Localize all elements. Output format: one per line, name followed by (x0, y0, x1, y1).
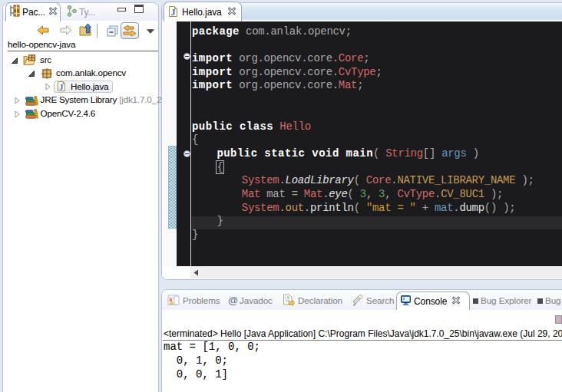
svg-text:J: J (59, 82, 64, 91)
svg-text:J: J (171, 7, 176, 18)
